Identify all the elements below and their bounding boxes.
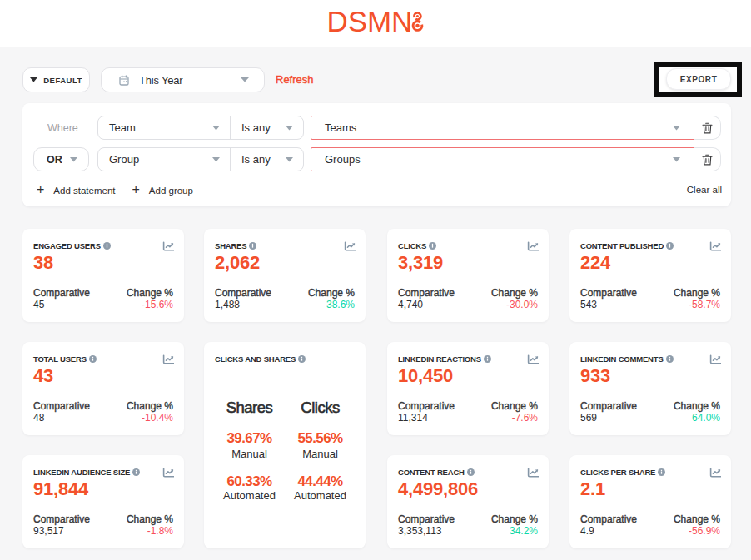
svg-text:DSMN: DSMN xyxy=(328,7,412,37)
